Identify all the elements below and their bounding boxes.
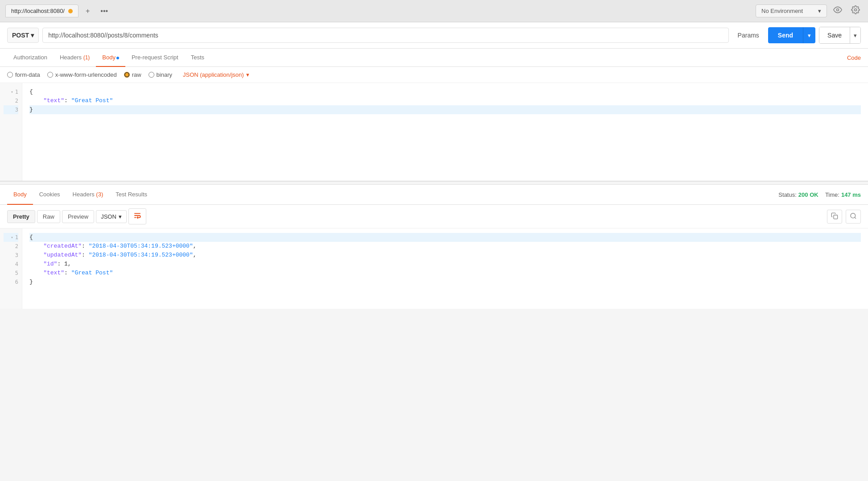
req-line-num-2: 2 — [4, 96, 18, 105]
res-tab-body-label: Body — [13, 191, 27, 198]
res-line-num-6: 6 — [4, 278, 18, 286]
res-line-num-4: 4 — [4, 260, 18, 269]
tab-body-label: Body — [102, 54, 116, 61]
radio-form-data[interactable] — [7, 72, 13, 78]
option-form-data[interactable]: form-data — [7, 71, 40, 78]
send-button-group: Send ▾ — [768, 27, 815, 43]
tab-pre-request-script[interactable]: Pre-request Script — [125, 49, 185, 67]
tab-headers-label: Headers — [60, 54, 83, 61]
search-response-button[interactable] — [846, 210, 861, 224]
send-button[interactable]: Send — [768, 27, 803, 43]
res-line-num-1: ▾ 1 — [4, 233, 18, 242]
response-code-content: { "createdAt": "2018-04-30T05:34:19.523+… — [22, 228, 868, 309]
svg-rect-4 — [834, 215, 838, 219]
tab-tests[interactable]: Tests — [185, 49, 211, 67]
environment-selector[interactable]: No Environment ▾ — [756, 4, 827, 17]
format-raw-button[interactable]: Raw — [37, 210, 60, 223]
req-code-line-1: { — [29, 87, 861, 96]
req-line-num-3: 3 — [4, 105, 18, 114]
res-line-num-2: 2 — [4, 242, 18, 251]
tab-url-text: http://localhost:8080/ — [11, 8, 65, 14]
copy-response-button[interactable] — [827, 210, 842, 224]
option-urlencoded[interactable]: x-www-form-urlencoded — [47, 71, 117, 78]
method-label: POST — [12, 32, 29, 39]
res-code-line-1: { — [29, 233, 861, 242]
res-code-line-6: } — [29, 278, 861, 286]
json-format-chevron-icon: ▾ — [246, 71, 249, 78]
res-tab-test-results[interactable]: Test Results — [109, 185, 153, 205]
response-actions — [827, 210, 861, 224]
url-input[interactable] — [42, 28, 728, 43]
tab-pre-request-label: Pre-request Script — [132, 54, 178, 61]
request-tabs: Authorization Headers (1) Body Pre-reque… — [0, 49, 868, 67]
browser-tab-bar: http://localhost:8080/ + ••• No Environm… — [0, 0, 868, 22]
res-tab-cookies-label: Cookies — [39, 191, 60, 198]
active-tab[interactable]: http://localhost:8080/ — [5, 4, 79, 17]
send-dropdown-button[interactable]: ▾ — [803, 27, 815, 43]
settings-icon-button[interactable] — [848, 4, 863, 18]
headers-badge: (1) — [83, 54, 90, 61]
method-chevron-icon: ▾ — [31, 32, 34, 39]
res-code-line-5: "text": "Great Post" — [29, 269, 861, 278]
tab-authorization[interactable]: Authorization — [7, 49, 54, 67]
tab-headers[interactable]: Headers (1) — [54, 49, 96, 67]
svg-line-6 — [855, 217, 856, 219]
add-tab-button[interactable]: + — [82, 5, 93, 17]
request-code-editor[interactable]: ▾ 1 2 3 { "text": "Great Post" } — [0, 83, 868, 181]
format-preview-button[interactable]: Preview — [62, 210, 94, 223]
res-json-format-selector[interactable]: JSON ▾ — [96, 210, 127, 223]
tab-authorization-label: Authorization — [13, 54, 47, 61]
res-line-num-3: 3 — [4, 251, 18, 260]
option-binary[interactable]: binary — [149, 71, 172, 78]
response-format-bar: Pretty Raw Preview JSON ▾ — [0, 205, 868, 228]
radio-binary[interactable] — [149, 72, 154, 78]
body-options-bar: form-data x-www-form-urlencoded raw bina… — [0, 67, 868, 83]
request-code-content[interactable]: { "text": "Great Post" } — [22, 83, 868, 181]
eye-icon-button[interactable] — [831, 4, 845, 18]
more-tabs-button[interactable]: ••• — [97, 5, 112, 17]
res-tab-body[interactable]: Body — [7, 185, 33, 205]
request-line-numbers: ▾ 1 2 3 — [0, 83, 22, 181]
binary-label: binary — [157, 71, 172, 78]
tab-status-dot — [68, 9, 73, 13]
format-pretty-button[interactable]: Pretty — [7, 210, 35, 223]
params-button[interactable]: Params — [732, 28, 765, 42]
time-label: Time: — [825, 191, 839, 198]
json-format-selector[interactable]: JSON (application/json) ▾ — [183, 71, 249, 78]
res-code-line-2: "createdAt": "2018-04-30T05:34:19.523+00… — [29, 242, 861, 251]
tab-tests-label: Tests — [191, 54, 204, 61]
res-tab-cookies[interactable]: Cookies — [33, 185, 66, 205]
radio-raw[interactable] — [124, 72, 130, 78]
res-line-num-5: 5 — [4, 269, 18, 278]
browser-right-controls: No Environment ▾ — [756, 4, 863, 18]
status-label: Status: — [778, 191, 796, 198]
res-code-line-4: "id": 1, — [29, 260, 861, 269]
res-json-chevron-icon: ▾ — [119, 213, 122, 220]
env-chevron-icon: ▾ — [818, 8, 821, 14]
response-code-editor: ▾ 1 2 3 4 5 6 { "createdAt": "2018-04-30… — [0, 228, 868, 309]
tab-body[interactable]: Body — [96, 49, 125, 67]
save-button[interactable]: Save — [819, 27, 850, 43]
res-json-label: JSON — [101, 213, 116, 220]
method-selector[interactable]: POST ▾ — [7, 28, 39, 43]
res-tab-headers[interactable]: Headers (3) — [66, 185, 110, 205]
option-raw[interactable]: raw — [124, 71, 141, 78]
code-link[interactable]: Code — [847, 49, 861, 66]
response-status-area: Status: 200 OK Time: 147 ms — [778, 191, 861, 198]
save-dropdown-button[interactable]: ▾ — [850, 27, 860, 43]
raw-label: raw — [132, 71, 141, 78]
time-value: 147 ms — [841, 191, 861, 198]
request-bar: POST ▾ Params Send ▾ Save ▾ — [0, 22, 868, 49]
response-line-numbers: ▾ 1 2 3 4 5 6 — [0, 228, 22, 309]
body-dot-indicator — [116, 57, 119, 59]
response-tabs-bar: Body Cookies Headers (3) Test Results St… — [0, 185, 868, 205]
res-headers-badge: (3) — [96, 191, 103, 198]
save-button-group: Save ▾ — [819, 27, 861, 44]
section-divider — [0, 181, 868, 185]
urlencoded-label: x-www-form-urlencoded — [55, 71, 117, 78]
radio-urlencoded[interactable] — [47, 72, 53, 78]
res-tab-headers-label: Headers — [73, 191, 96, 198]
wrap-lines-button[interactable] — [128, 208, 146, 224]
res-tab-test-results-label: Test Results — [116, 191, 147, 198]
json-format-label: JSON (application/json) — [183, 71, 244, 78]
